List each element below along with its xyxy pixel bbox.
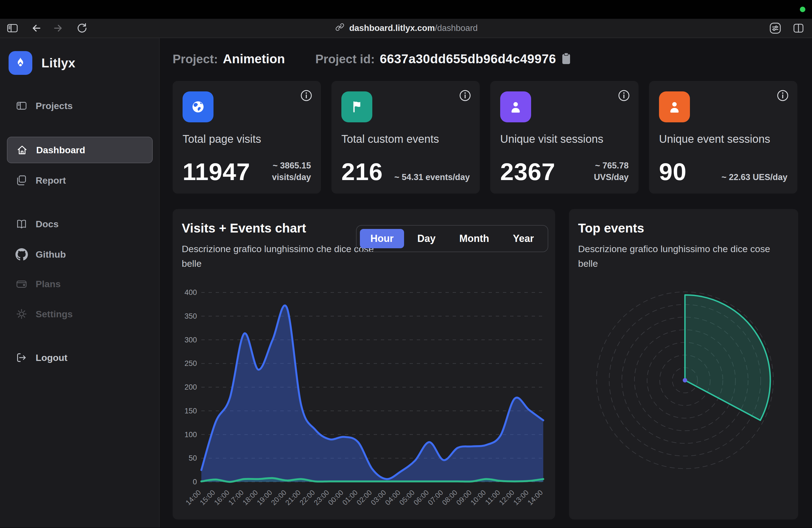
stat-card-unique-visit-sessions: Unique visit sessions 2367 ~ 765.78 UVS/… [490, 81, 639, 194]
svg-text:09:00: 09:00 [454, 488, 473, 507]
svg-text:04:00: 04:00 [383, 488, 402, 507]
flag-icon [342, 91, 372, 122]
project-label: Project: [173, 52, 218, 66]
sidebar-item-logout[interactable]: Logout [7, 348, 153, 368]
stat-per-day: ~ 54.31 events/day [394, 172, 470, 183]
project-header: Project: Animetion Project id: 6637a30dd… [173, 52, 798, 66]
tune-icon[interactable] [769, 22, 782, 34]
chart-subtitle: Descrizione grafico lunghissimo che dice… [578, 241, 789, 270]
sidebar-item-label: Report [35, 175, 66, 186]
sidebar-item-label: Dashboard [36, 145, 85, 156]
stat-per-day: ~ 3865.15 visits/day [272, 160, 311, 183]
sidebar-toggle-icon[interactable] [6, 22, 19, 34]
chart-subtitle: Descrizione grafico lunghissimo che dice… [182, 241, 375, 270]
window-titlebar [0, 0, 812, 19]
sidebar-item-plans[interactable]: Plans [7, 274, 153, 294]
logout-icon [15, 351, 28, 364]
brand-name: Litlyx [41, 56, 75, 70]
sidebar-item-label: Settings [35, 309, 73, 320]
split-view-icon[interactable] [792, 22, 805, 34]
project-name: Animetion [223, 52, 285, 66]
svg-text:12:00: 12:00 [497, 488, 516, 507]
stat-card-unique-event-sessions: Unique event sessions 90 ~ 22.63 UES/day [649, 81, 797, 194]
stat-title: Total page visits [183, 133, 311, 145]
sidebar-item-label: Plans [35, 279, 61, 289]
litlyx-logo [9, 51, 32, 75]
url-path: /dashboard [435, 23, 478, 33]
sidebar-item-dashboard[interactable]: Dashboard [7, 137, 153, 163]
person-icon [500, 91, 531, 122]
svg-text:19:00: 19:00 [255, 488, 274, 507]
svg-text:05:00: 05:00 [398, 488, 416, 507]
sidebar-item-report[interactable]: Report [7, 171, 153, 190]
sidebar-item-settings[interactable]: Settings [7, 304, 153, 324]
main-content: Project: Animetion Project id: 6637a30dd… [160, 38, 812, 527]
report-icon [15, 174, 28, 187]
project-id-label: Project id: [315, 52, 375, 66]
svg-text:06:00: 06:00 [412, 488, 430, 507]
stat-card-total-page-visits: Total page visits 11947 ~ 3865.15 visits… [173, 81, 321, 194]
stat-card-total-custom-events: Total custom events 216 ~ 54.31 events/d… [331, 81, 480, 194]
project-id-value: 6637a30dd655db96d4c49976 [380, 52, 556, 66]
svg-text:00:00: 00:00 [327, 488, 345, 507]
range-day-button[interactable]: Day [407, 229, 446, 248]
svg-text:400: 400 [185, 288, 197, 297]
svg-text:14:00: 14:00 [184, 488, 202, 507]
browser-toolbar: dashboard.litlyx.com/dashboard [0, 19, 812, 38]
stat-value: 2367 [500, 161, 555, 183]
gear-icon [15, 308, 28, 320]
sidebar-item-github[interactable]: Github [7, 245, 153, 264]
sidebar-item-docs[interactable]: Docs [7, 214, 153, 234]
visits-events-area-chart: 05010015020025030035040014:0015:0016:001… [176, 284, 552, 518]
svg-text:03:00: 03:00 [369, 488, 388, 507]
info-icon[interactable] [618, 89, 630, 103]
url-bar[interactable]: dashboard.litlyx.com/dashboard [334, 21, 478, 35]
link-icon [334, 21, 345, 35]
info-icon[interactable] [459, 89, 472, 103]
person-icon [659, 91, 690, 122]
stat-title: Total custom events [342, 133, 470, 145]
chart-title: Top events [578, 221, 644, 236]
stat-value: 11947 [183, 161, 250, 183]
svg-text:01:00: 01:00 [340, 488, 359, 507]
reload-icon[interactable] [76, 22, 88, 34]
stat-cards-row: Total page visits 11947 ~ 3865.15 visits… [173, 81, 797, 194]
sidebar: Litlyx Projects Dashboard [0, 38, 160, 527]
info-icon[interactable] [300, 89, 313, 103]
url-host: dashboard.litlyx.com [349, 23, 435, 33]
svg-text:14:00: 14:00 [526, 488, 545, 507]
svg-text:02:00: 02:00 [355, 488, 373, 507]
visits-events-chart-card: Visits + Events chart Descrizione grafic… [173, 209, 555, 519]
range-year-button[interactable]: Year [503, 229, 545, 248]
sidebar-item-label: Github [35, 249, 66, 260]
wallet-icon [15, 278, 28, 290]
time-range-toggle: Hour Day Month Year [356, 225, 548, 252]
clipboard-icon[interactable] [562, 53, 571, 65]
github-icon [15, 248, 28, 261]
svg-text:22:00: 22:00 [298, 488, 317, 507]
range-hour-button[interactable]: Hour [360, 229, 404, 248]
svg-text:13:00: 13:00 [511, 488, 530, 507]
svg-text:250: 250 [185, 359, 197, 368]
stat-per-day: ~ 765.78 UVS/day [594, 160, 628, 183]
projects-icon [15, 99, 28, 112]
svg-text:18:00: 18:00 [241, 488, 259, 507]
range-month-button[interactable]: Month [449, 229, 499, 248]
svg-text:08:00: 08:00 [440, 488, 459, 507]
svg-text:200: 200 [185, 383, 197, 391]
svg-text:10:00: 10:00 [469, 488, 488, 507]
svg-text:100: 100 [185, 430, 197, 439]
info-icon[interactable] [777, 89, 789, 103]
chart-title: Visits + Events chart [182, 221, 306, 236]
sidebar-item-label: Projects [35, 101, 73, 111]
back-icon[interactable] [29, 22, 42, 34]
status-green-dot [800, 6, 806, 12]
stat-value: 216 [342, 161, 383, 183]
top-events-chart-card: Top events Descrizione grafico lunghissi… [569, 209, 798, 519]
globe-icon [183, 91, 214, 122]
stat-value: 90 [659, 161, 686, 183]
sidebar-item-projects[interactable]: Projects [7, 96, 153, 116]
home-icon [16, 144, 28, 156]
sidebar-item-label: Docs [35, 219, 59, 230]
forward-icon[interactable] [53, 22, 65, 34]
